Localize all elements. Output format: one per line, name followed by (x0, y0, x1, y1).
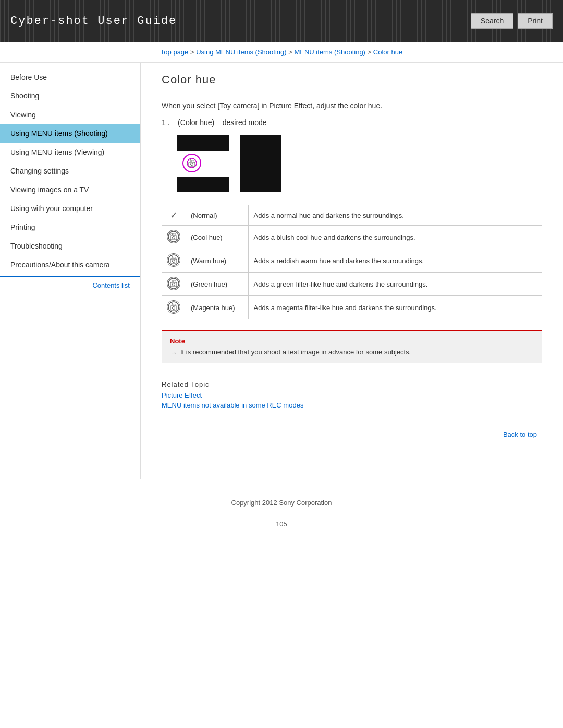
cool-toy-icon: Toy Cool (167, 230, 180, 243)
svg-point-16 (173, 283, 175, 286)
sidebar-item-shooting[interactable]: Shooting (0, 87, 140, 105)
green-desc-cell: Adds a green filter-like hue and darkens… (248, 273, 542, 296)
toy-camera-svg: Toy (186, 157, 198, 169)
normal-desc-cell: Adds a normal hue and darkens the surrou… (248, 205, 542, 226)
sidebar-item-using-menu-viewing[interactable]: Using MENU items (Viewing) (0, 143, 140, 162)
breadcrumb-using-menu-shooting[interactable]: Using MENU items (Shooting) (196, 48, 286, 56)
note-text: It is recommended that you shoot a test … (180, 348, 411, 356)
svg-text:Toy: Toy (190, 159, 194, 162)
svg-text:Toy: Toy (172, 279, 176, 282)
back-to-top-link[interactable]: Back to top (503, 430, 537, 438)
bottom-black-rect (177, 177, 229, 192)
right-black-rect (240, 135, 282, 192)
site-title: Cyber-shot User Guide (10, 15, 177, 28)
sidebar-item-printing[interactable]: Printing (0, 218, 140, 237)
back-to-top-row: Back to top (162, 430, 542, 438)
breadcrumb-color-hue[interactable]: Color hue (373, 48, 402, 56)
step-text: 1 . (Color hue) desired mode (162, 118, 267, 127)
breadcrumb-top-page[interactable]: Top page (161, 48, 189, 56)
page-title: Color hue (162, 73, 542, 92)
picture-effect-link[interactable]: Picture Effect (162, 391, 542, 399)
magenta-toy-icon: Toy (167, 300, 180, 314)
magenta-label-cell: (Magenta hue) (186, 296, 248, 319)
warm-desc-cell: Adds a reddish warm hue and darkens the … (248, 249, 542, 273)
sidebar-item-viewing-images-tv[interactable]: Viewing images on a TV (0, 180, 140, 199)
normal-icon-cell: ✓ (162, 205, 186, 226)
related-topic: Related Topic Picture Effect MENU items … (162, 374, 542, 409)
note-label: Note (170, 337, 534, 345)
warm-icon-cell: Toy (162, 249, 186, 273)
svg-point-20 (173, 307, 175, 310)
toy-camera-icon: Toy (182, 154, 201, 172)
svg-text:Toy: Toy (172, 256, 176, 259)
magenta-icon-cell: Toy (162, 296, 186, 319)
image-area: Toy (177, 135, 542, 192)
breadcrumb-menu-items-shooting[interactable]: MENU items (Shooting) (294, 48, 365, 56)
table-row-cool: Toy Cool (Cool hue) Adds a bluish cool h… (162, 226, 542, 249)
contents-list-link[interactable]: Contents list (0, 276, 140, 293)
sidebar-item-using-menu-shooting[interactable]: Using MENU items (Shooting) (0, 124, 140, 143)
copyright-text: Copyright 2012 Sony Corporation (231, 499, 332, 507)
sidebar-item-precautions[interactable]: Precautions/About this camera (0, 255, 140, 274)
sidebar-item-using-computer[interactable]: Using with your computer (0, 199, 140, 218)
sidebar-item-troubleshooting[interactable]: Troubleshooting (0, 237, 140, 255)
main-content: Color hue When you select [Toy camera] i… (141, 63, 563, 479)
magenta-desc-cell: Adds a magenta filter-like hue and darke… (248, 296, 542, 319)
layout: Before Use Shooting Viewing Using MENU i… (0, 63, 563, 479)
sidebar-item-changing-settings[interactable]: Changing settings (0, 162, 140, 180)
table-row-warm: Toy (Warm hue) Adds a reddish warm hue a… (162, 249, 542, 273)
cool-label-cell: (Cool hue) (186, 226, 248, 249)
left-image-block: Toy (177, 135, 229, 192)
sidebar: Before Use Shooting Viewing Using MENU i… (0, 63, 141, 479)
table-row-magenta: Toy (Magenta hue) Adds a magenta filter-… (162, 296, 542, 319)
note-content: → It is recommended that you shoot a tes… (170, 348, 534, 357)
green-toy-icon: Toy (167, 277, 180, 290)
related-topic-label: Related Topic (162, 380, 542, 388)
footer: Copyright 2012 Sony Corporation (0, 490, 563, 515)
note-box: Note → It is recommended that you shoot … (162, 330, 542, 363)
warm-label-cell: (Warm hue) (186, 249, 248, 273)
menu-items-not-available-link[interactable]: MENU items not available in some REC mod… (162, 401, 542, 409)
cool-desc-cell: Adds a bluish cool hue and darkens the s… (248, 226, 542, 249)
top-black-rect (177, 135, 229, 151)
print-button[interactable]: Print (518, 13, 553, 29)
table-row-green: Toy (Green hue) Adds a green filter-like… (162, 273, 542, 296)
hue-table: ✓ (Normal) Adds a normal hue and darkens… (162, 205, 542, 319)
sidebar-item-before-use[interactable]: Before Use (0, 68, 140, 87)
arrow-icon: → (170, 349, 177, 357)
svg-text:Cool: Cool (167, 232, 173, 236)
green-icon-cell: Toy (162, 273, 186, 296)
svg-point-12 (173, 260, 175, 263)
svg-point-8 (173, 237, 175, 239)
check-icon: ✓ (170, 210, 178, 220)
sidebar-item-viewing[interactable]: Viewing (0, 105, 140, 124)
step-instruction: 1 . (Color hue) desired mode (162, 118, 542, 127)
header: Cyber-shot User Guide Search Print (0, 0, 563, 42)
svg-text:Toy: Toy (172, 303, 176, 306)
page-number: 105 (0, 515, 563, 533)
table-row-normal: ✓ (Normal) Adds a normal hue and darkens… (162, 205, 542, 226)
warm-toy-icon: Toy (167, 253, 180, 267)
cool-icon-cell: Toy Cool (162, 226, 186, 249)
svg-point-3 (191, 163, 193, 166)
green-label-cell: (Green hue) (186, 273, 248, 296)
breadcrumb: Top page > Using MENU items (Shooting) >… (0, 42, 563, 63)
intro-text: When you select [Toy camera] in Picture … (162, 102, 542, 110)
header-buttons: Search Print (471, 13, 553, 29)
search-button[interactable]: Search (471, 13, 513, 29)
normal-label-cell: (Normal) (186, 205, 248, 226)
